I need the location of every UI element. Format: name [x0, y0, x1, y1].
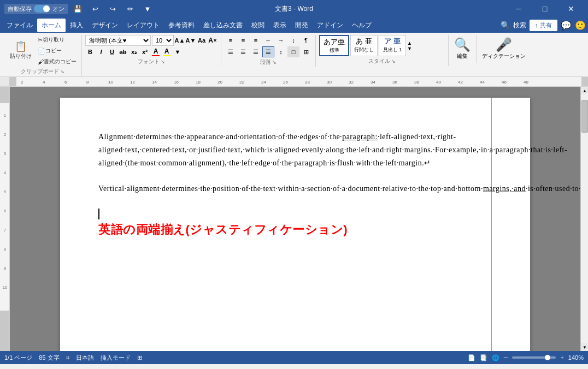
- pen-icon[interactable]: ✏: [122, 1, 138, 16]
- line-spacing-button[interactable]: ↕: [275, 46, 287, 57]
- format-painter-button[interactable]: 🖌 書式のコピー: [36, 57, 78, 67]
- cut-button[interactable]: ✂ 切り取り: [36, 35, 78, 45]
- view-icon-print[interactable]: 📑: [480, 354, 487, 361]
- zoom-slider-thumb[interactable]: [545, 355, 550, 360]
- dropdown-icon[interactable]: ▼: [140, 1, 155, 16]
- menu-help[interactable]: ヘルプ: [348, 19, 376, 32]
- align-left-button[interactable]: ☰: [225, 46, 237, 57]
- align-center-button[interactable]: ☰: [237, 46, 249, 57]
- scroll-up-button[interactable]: ▲: [581, 87, 588, 94]
- underline-button[interactable]: U: [107, 47, 117, 57]
- menu-view[interactable]: 表示: [269, 19, 291, 32]
- auto-save-toggle[interactable]: [34, 5, 50, 13]
- menu-home[interactable]: ホーム: [37, 19, 66, 32]
- document-area[interactable]: Alignment·determines·the·appearance·and·…: [10, 87, 580, 351]
- list-number-button[interactable]: ≡: [237, 35, 249, 46]
- svg-text:22: 22: [239, 80, 244, 85]
- menu-references[interactable]: 参考資料: [164, 19, 199, 32]
- save-icon[interactable]: 💾: [70, 1, 85, 16]
- editing-content: 🔍 編集: [452, 35, 473, 62]
- superscript-button[interactable]: x²: [140, 47, 150, 57]
- svg-text:5: 5: [4, 190, 6, 194]
- strikethrough-button[interactable]: ab: [118, 47, 128, 57]
- border-button[interactable]: ⊞: [300, 46, 312, 57]
- style-heading1[interactable]: ア 亜 見出し 1: [379, 35, 406, 56]
- menu-mailings[interactable]: 差し込み文書: [199, 19, 247, 32]
- search-magnifier-icon[interactable]: 🔍: [454, 37, 471, 52]
- styles-scroll-down[interactable]: ▼: [407, 46, 412, 51]
- menu-dev[interactable]: 開発: [291, 19, 313, 32]
- font-color-dropdown[interactable]: ▼: [173, 47, 183, 57]
- bold-button[interactable]: B: [85, 47, 95, 57]
- menu-file[interactable]: ファイル: [2, 19, 37, 32]
- menu-insert[interactable]: 挿入: [66, 19, 87, 32]
- styles-scroll-up[interactable]: ▲: [407, 40, 412, 46]
- maximize-button[interactable]: □: [532, 0, 557, 17]
- style-normal-preview: あア亜: [324, 37, 345, 47]
- view-icon-read[interactable]: 📄: [468, 354, 475, 361]
- zoom-plus-button[interactable]: +: [560, 354, 563, 361]
- document-content[interactable]: Alignment·determines·the·appearance·and·…: [98, 130, 492, 240]
- auto-save-label: 自動保存: [8, 5, 32, 13]
- styles-row: あア亜 標準 あ 亜 行間なし ア 亜 見出し 1 ▲: [319, 35, 445, 56]
- align-justify-button[interactable]: ☰: [262, 46, 274, 57]
- search-icon[interactable]: 🔍: [501, 21, 510, 29]
- clipboard-expand-icon[interactable]: ↘: [60, 69, 64, 74]
- comment-icon[interactable]: 💬: [561, 20, 572, 31]
- menu-review[interactable]: 校閲: [247, 19, 269, 32]
- zoom-slider[interactable]: [512, 356, 556, 359]
- copy-button[interactable]: 📄 コピー: [36, 46, 78, 56]
- microphone-icon[interactable]: 🎤: [496, 37, 512, 52]
- svg-text:4: 4: [43, 80, 45, 85]
- font-family-select[interactable]: 游明朝 (本文♥: [85, 35, 151, 46]
- undo-icon[interactable]: ↩: [87, 1, 103, 16]
- view-icon-web[interactable]: 🌐: [492, 354, 499, 361]
- sort-button[interactable]: ↕: [287, 35, 299, 46]
- svg-text:2: 2: [4, 133, 6, 136]
- shading-button[interactable]: □: [287, 46, 299, 57]
- highlight-button[interactable]: A: [162, 47, 172, 57]
- smiley-icon[interactable]: 🙂: [575, 20, 586, 31]
- menu-layout[interactable]: レイアウト: [122, 19, 164, 32]
- font-grow-button[interactable]: A▲: [175, 35, 185, 45]
- align-right-button[interactable]: ☰: [250, 46, 262, 57]
- font-clear-button[interactable]: A✕: [208, 35, 217, 45]
- share-label: 共有: [540, 21, 552, 29]
- redo-icon[interactable]: ↪: [105, 1, 120, 16]
- status-bar-right: 📄 📑 🌐 ─ + 140%: [468, 354, 584, 361]
- show-marks-button[interactable]: ¶: [300, 35, 312, 46]
- scroll-down-button[interactable]: ▼: [581, 343, 588, 351]
- paragraph-1[interactable]: Alignment·determines·the·appearance·and·…: [98, 130, 492, 169]
- share-button[interactable]: ↑ 共有: [530, 20, 558, 31]
- paragraph-2[interactable]: Vertical·alignment·determines·the·positi…: [98, 182, 492, 195]
- list-multilevel-button[interactable]: ≡: [250, 35, 262, 46]
- paste-button[interactable]: 📋 貼り付け: [7, 39, 35, 62]
- paragraph-expand-icon[interactable]: ↘: [272, 59, 277, 65]
- decrease-indent-button[interactable]: ←: [262, 35, 274, 46]
- vertical-ruler-svg: 1 2 3 4 5 6 7 8 9 10: [0, 87, 10, 351]
- italic-button[interactable]: I: [96, 47, 106, 57]
- document-page[interactable]: Alignment·determines·the·appearance·and·…: [60, 98, 530, 351]
- scroll-thumb[interactable]: [581, 100, 588, 133]
- font-size-select[interactable]: 10.5: [152, 35, 174, 46]
- style-nospace[interactable]: あ 亜 行間なし: [350, 35, 378, 56]
- font-case-button[interactable]: Aa: [197, 35, 207, 45]
- menu-addin[interactable]: アドイン: [313, 19, 348, 32]
- svg-text:2: 2: [21, 80, 23, 85]
- font-expand-icon[interactable]: ↘: [161, 59, 165, 64]
- font-color-button[interactable]: A: [151, 47, 161, 57]
- zoom-minus-button[interactable]: ─: [504, 354, 508, 361]
- font-shrink-button[interactable]: A▼: [186, 35, 196, 45]
- style-normal[interactable]: あア亜 標準: [319, 35, 349, 56]
- ruler-corner: [0, 77, 10, 86]
- underline-margins: margins,·and: [483, 184, 526, 193]
- scroll-track[interactable]: [581, 94, 588, 343]
- increase-indent-button[interactable]: →: [275, 35, 287, 46]
- subscript-button[interactable]: x₂: [129, 47, 139, 57]
- minimize-button[interactable]: ─: [506, 0, 531, 17]
- close-button[interactable]: ✕: [558, 0, 584, 17]
- menu-design[interactable]: デザイン: [87, 19, 122, 32]
- list-bullet-button[interactable]: ≡: [225, 35, 237, 46]
- styles-expand-icon[interactable]: ↘: [391, 58, 396, 64]
- right-scrollbar[interactable]: ▲ ▼: [580, 87, 588, 351]
